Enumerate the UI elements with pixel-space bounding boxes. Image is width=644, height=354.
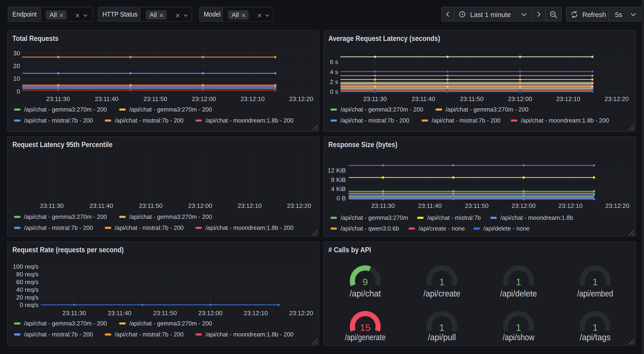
svg-text:23:11:50: 23:11:50 (153, 309, 177, 316)
svg-text:1: 1 (439, 322, 445, 333)
svg-text:23:12:20: 23:12:20 (287, 202, 311, 209)
svg-text:9: 9 (363, 277, 368, 287)
svg-text:/api/embed: /api/embed (577, 289, 613, 298)
svg-text:40 req/s: 40 req/s (16, 286, 38, 293)
svg-text:15: 15 (360, 322, 370, 333)
svg-text:0 req/s: 0 req/s (20, 301, 38, 308)
svg-text:23:11:30: 23:11:30 (363, 95, 387, 102)
svg-text:/api/generate: /api/generate (345, 332, 386, 342)
svg-text:20: 20 (13, 63, 20, 70)
svg-text:4 KiB: 4 KiB (331, 185, 346, 192)
svg-text:23:11:50: 23:11:50 (139, 202, 163, 209)
svg-text:2 s: 2 s (330, 78, 338, 85)
svg-text:1: 1 (516, 277, 521, 287)
svg-text:30: 30 (13, 50, 20, 57)
svg-text:23:12:20: 23:12:20 (289, 309, 313, 316)
svg-text:12 KiB: 12 KiB (328, 167, 346, 174)
svg-text:1: 1 (439, 277, 445, 287)
svg-text:23:11:30: 23:11:30 (371, 202, 395, 209)
svg-text:80 req/s: 80 req/s (16, 271, 38, 278)
svg-text:23:12:00: 23:12:00 (192, 95, 216, 102)
svg-text:23:11:50: 23:11:50 (465, 202, 488, 209)
svg-text:/api/delete: /api/delete (500, 289, 537, 298)
svg-text:23:12:20: 23:12:20 (605, 202, 629, 209)
svg-text:23:11:30: 23:11:30 (40, 202, 64, 209)
svg-text:10: 10 (13, 75, 20, 82)
svg-text:23:12:00: 23:12:00 (512, 202, 536, 209)
svg-text:1: 1 (592, 277, 598, 287)
svg-text:8 KiB: 8 KiB (331, 176, 346, 183)
svg-text:23:12:10: 23:12:10 (244, 309, 268, 316)
svg-text:23:11:40: 23:11:40 (412, 95, 435, 102)
svg-text:/api/tags: /api/tags (580, 332, 610, 342)
svg-text:23:11:40: 23:11:40 (90, 202, 113, 209)
svg-text:0: 0 (16, 88, 20, 95)
svg-text:100 req/s: 100 req/s (13, 263, 39, 270)
svg-text:60 req/s: 60 req/s (16, 278, 38, 285)
svg-text:/api/show: /api/show (503, 332, 535, 342)
svg-text:23:11:50: 23:11:50 (460, 95, 484, 102)
svg-text:0 B: 0 B (336, 195, 346, 202)
svg-text:23:11:40: 23:11:40 (95, 95, 118, 102)
svg-text:/api/pull: /api/pull (428, 332, 456, 342)
svg-text:23:12:00: 23:12:00 (508, 95, 532, 102)
svg-text:0 s: 0 s (330, 88, 338, 95)
svg-text:/api/create: /api/create (424, 289, 460, 298)
svg-text:23:12:00: 23:12:00 (188, 202, 212, 209)
svg-text:23:12:10: 23:12:10 (558, 202, 582, 209)
svg-text:1: 1 (592, 322, 598, 333)
svg-text:/api/chat: /api/chat (350, 289, 381, 298)
svg-text:6 s: 6 s (330, 59, 338, 66)
svg-text:23:12:20: 23:12:20 (604, 95, 628, 102)
svg-text:23:11:40: 23:11:40 (418, 202, 442, 209)
svg-text:23:11:30: 23:11:30 (46, 95, 70, 102)
svg-text:23:11:30: 23:11:30 (62, 309, 86, 316)
svg-text:23:12:10: 23:12:10 (556, 95, 580, 102)
svg-text:23:12:10: 23:12:10 (240, 95, 264, 102)
svg-text:23:11:40: 23:11:40 (108, 309, 131, 316)
svg-text:23:11:50: 23:11:50 (144, 95, 167, 102)
svg-text:23:12:10: 23:12:10 (238, 202, 262, 209)
svg-text:20 req/s: 20 req/s (16, 294, 38, 301)
svg-text:23:12:20: 23:12:20 (289, 95, 313, 102)
svg-text:23:12:00: 23:12:00 (198, 309, 222, 316)
svg-text:4 s: 4 s (330, 69, 338, 76)
svg-text:1: 1 (516, 322, 521, 333)
